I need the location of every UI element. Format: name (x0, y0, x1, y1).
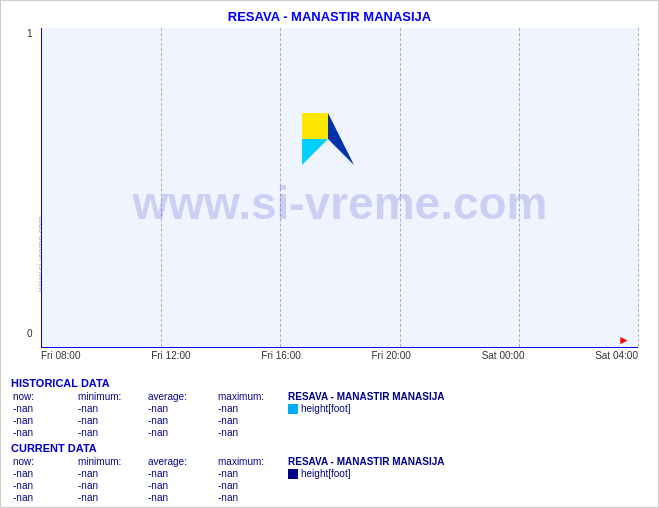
hist-r3-max: -nan (216, 427, 286, 438)
curr-r3-avg: -nan (146, 492, 216, 503)
hist-r3-avg: -nan (146, 427, 216, 438)
curr-r3-min: -nan (76, 492, 146, 503)
hist-r1-avg: -nan (146, 403, 216, 414)
hist-col-avg: average: (146, 391, 216, 402)
curr-legend-label: height[foot] (301, 468, 350, 479)
hist-legend-label: height[foot] (301, 403, 350, 414)
curr-r2-min: -nan (76, 480, 146, 491)
x-label-0: Fri 08:00 (41, 350, 80, 361)
current-header: CURRENT DATA (11, 442, 648, 454)
x-label-5: Sat 04:00 (595, 350, 638, 361)
curr-r3-now: -nan (11, 492, 76, 503)
data-section: HISTORICAL DATA now: minimum: average: m… (11, 373, 648, 503)
watermark-text: www.si-vreme.com (132, 176, 547, 230)
svg-marker-1 (302, 139, 328, 165)
curr-col-max: maximum: (216, 456, 286, 467)
hist-legend-box (288, 404, 298, 414)
x-label-4: Sat 00:00 (482, 350, 525, 361)
logo-icon (302, 113, 354, 167)
hist-r2-min: -nan (76, 415, 146, 426)
x-label-3: Fri 20:00 (371, 350, 410, 361)
curr-r1-now: -nan (11, 468, 76, 479)
hist-r2-max: -nan (216, 415, 286, 426)
hist-legend: height[foot] (286, 403, 648, 414)
svg-rect-0 (302, 113, 328, 139)
hist-r1-max: -nan (216, 403, 286, 414)
hist-r3-min: -nan (76, 427, 146, 438)
hist-r3-extra (286, 427, 648, 438)
hist-col-now: now: (11, 391, 76, 402)
curr-r1-max: -nan (216, 468, 286, 479)
curr-r2-now: -nan (11, 480, 76, 491)
curr-r2-max: -nan (216, 480, 286, 491)
curr-col-avg: average: (146, 456, 216, 467)
y-axis-max: 1 (27, 28, 33, 39)
current-table: now: minimum: average: maximum: RESAVA -… (11, 456, 648, 503)
hist-r2-now: -nan (11, 415, 76, 426)
main-container: www.si-vreme.com RESAVA - MANASTIR MANAS… (0, 0, 659, 508)
x-label-1: Fri 12:00 (151, 350, 190, 361)
hist-r1-min: -nan (76, 403, 146, 414)
hist-station-label: RESAVA - MANASTIR MANASIJA (286, 391, 648, 402)
historical-header: HISTORICAL DATA (11, 377, 648, 389)
curr-station-label: RESAVA - MANASTIR MANASIJA (286, 456, 648, 467)
curr-r3-max: -nan (216, 492, 286, 503)
curr-col-now: now: (11, 456, 76, 467)
x-axis-arrow: ► (618, 333, 630, 347)
curr-r2-avg: -nan (146, 480, 216, 491)
hist-r2-avg: -nan (146, 415, 216, 426)
curr-r1-min: -nan (76, 468, 146, 479)
curr-r2-extra (286, 480, 648, 491)
historical-table: now: minimum: average: maximum: RESAVA -… (11, 391, 648, 438)
curr-r3-extra (286, 492, 648, 503)
curr-col-min: minimum: (76, 456, 146, 467)
y-axis-min: 0 (27, 328, 33, 339)
chart-area: www.si-vreme.com ► (41, 28, 638, 348)
hist-r1-now: -nan (11, 403, 76, 414)
chart-title: RESAVA - MANASTIR MANASIJA (11, 9, 648, 24)
curr-r1-avg: -nan (146, 468, 216, 479)
hist-col-min: minimum: (76, 391, 146, 402)
hist-col-max: maximum: (216, 391, 286, 402)
chart-container: RESAVA - MANASTIR MANASIJA 1 0 (11, 9, 648, 369)
hist-r3-now: -nan (11, 427, 76, 438)
curr-legend-box (288, 469, 298, 479)
x-axis-labels: Fri 08:00 Fri 12:00 Fri 16:00 Fri 20:00 … (41, 350, 638, 361)
x-label-2: Fri 16:00 (261, 350, 300, 361)
curr-legend: height[foot] (286, 468, 648, 479)
hist-r2-extra (286, 415, 648, 426)
grid-line-5 (638, 28, 639, 347)
